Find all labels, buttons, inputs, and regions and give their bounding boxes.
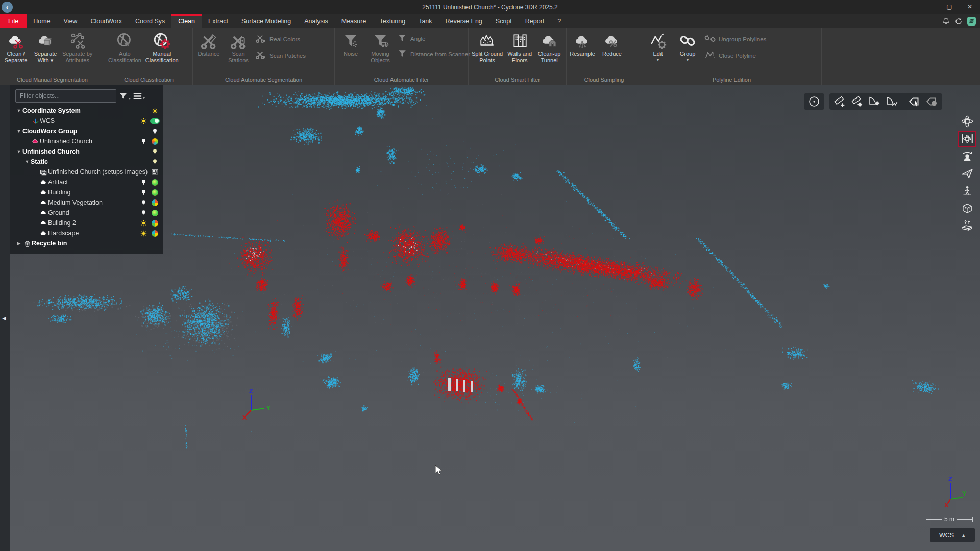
orbit-mode-button[interactable] [958,113,976,130]
tree-item-static[interactable]: ▼Static [10,157,163,167]
ribbon-button-manual-classification[interactable]: Manual Classification [143,29,181,76]
angle-polyline-icon[interactable] [884,95,899,108]
tree-item-recycle-bin[interactable]: ▶Recycle bin [10,238,163,248]
ribbon-button-resample[interactable]: Resample [568,29,597,76]
menu-tab--[interactable]: ? [551,14,568,28]
sun-icon[interactable] [138,230,149,237]
tree-item-building-2[interactable]: Building 2 [10,218,163,228]
bulb-icon[interactable] [138,138,149,145]
filter-objects-input[interactable] [15,89,116,103]
maximize-button[interactable]: ▢ [939,0,960,13]
color-sphere-icon[interactable] [149,179,160,186]
tree-item-coordinate-system[interactable]: ▼Coordinate System [10,106,163,116]
menu-tab-script[interactable]: Script [489,14,519,28]
constrained-orbit-mode-button[interactable] [958,131,976,147]
ribbon-button-clean-separate[interactable]: Clean / Separate [1,29,31,76]
notifications-bell-icon[interactable] [942,17,950,26]
tree-item-unfinished-church[interactable]: ▼Unfinished Church [10,146,163,157]
tree-item-unfinished-church-setups-images-[interactable]: Unfinished Church (setups images) [10,167,163,177]
bulb-icon[interactable] [149,128,160,135]
ruler-add-icon[interactable] [832,95,847,108]
ribbon-button-reduce[interactable]: Reduce [597,29,627,76]
color-sphere-icon[interactable] [149,189,160,196]
cube-view-mode-button[interactable] [958,200,976,216]
tree-item-hardscape[interactable]: Hardscape [10,228,163,238]
close-button[interactable]: ✕ [960,0,980,13]
angle-measure-icon[interactable] [867,95,882,108]
photos-panel-icon[interactable] [149,168,160,176]
chain-icon [679,31,696,51]
menu-tab-clean[interactable]: Clean [172,14,202,28]
menu-tab-view[interactable]: View [57,14,84,28]
menu-tab-home[interactable]: Home [27,14,57,28]
back-button[interactable]: ‹ [2,2,13,13]
menu-tab-texturing[interactable]: Texturing [373,14,412,28]
tree-item-cloudworx-group[interactable]: ▼CloudWorx Group [10,126,163,136]
examine-mode-button[interactable] [958,148,976,164]
color-pie-icon[interactable] [149,199,160,206]
menu-tab-cloudworx[interactable]: CloudWorx [84,14,129,28]
ribbon-button-separate-with-[interactable]: Separate With ▾ [31,29,60,76]
ruler-patch-icon[interactable] [849,95,865,108]
color-sphere-icon[interactable] [149,210,160,216]
chevron-down-icon[interactable]: ▼ [15,129,22,134]
ribbon-group-label: Cloud Sampling [567,76,642,85]
bulb-icon[interactable] [138,199,149,206]
ribbon-button-split-ground-points[interactable]: Split Ground Points [470,29,505,76]
bulb-icon[interactable] [138,209,149,216]
collapse-panel-arrow[interactable]: ◄ [1,315,7,322]
sun-icon[interactable] [138,219,149,227]
color-pie-icon[interactable] [149,230,160,237]
polyline-gear-icon [649,31,667,51]
menu-tab-analysis[interactable]: Analysis [298,14,335,28]
funnel-truck-icon [372,31,389,51]
ribbon-button-group[interactable]: Group▾ [673,29,702,76]
cloud-icon [39,219,48,227]
menu-tab-surface-modeling[interactable]: Surface Modeling [235,14,298,28]
panel-menu-icon[interactable]: ▾ [133,92,145,101]
bulb-icon[interactable] [138,179,149,186]
chevron-right-icon[interactable]: ▶ [15,241,22,246]
menu-tab-coord-sys[interactable]: Coord Sys [129,14,172,28]
bulb-pale-icon[interactable] [149,158,160,165]
bulb-icon[interactable] [138,189,149,196]
color-pie-icon[interactable] [149,220,160,227]
chevron-down-icon[interactable]: ▼ [23,159,31,164]
sun-icon[interactable] [149,107,160,115]
visibility-toggle[interactable] [149,118,160,124]
tree-item-artifact[interactable]: Artifact [10,177,163,187]
chevron-down-icon: ▾ [657,58,659,62]
minimize-button[interactable]: – [919,0,939,13]
tree-item-ground[interactable]: Ground [10,208,163,218]
center-target-icon[interactable] [806,95,822,108]
menu-tab-report[interactable]: Report [519,14,551,28]
walk-mode-button[interactable] [958,183,976,199]
color-sphere-icon[interactable] [149,138,160,145]
ribbon-button-edit[interactable]: Edit▾ [643,29,673,76]
ribbon-button-clean-up-tunnel[interactable]: Clean-up Tunnel [534,29,564,76]
chevron-down-icon[interactable]: ▼ [15,108,22,113]
menu-tab-reverse-eng[interactable]: Reverse Eng [439,14,489,28]
menu-tab-file[interactable]: File [0,14,27,28]
clip-box-mode-button[interactable] [958,217,976,234]
coordinate-system-button[interactable]: WCS ▲ [930,528,975,542]
menu-tab-tank[interactable]: Tank [412,14,438,28]
chevron-down-icon[interactable]: ▼ [15,149,22,154]
bulb-pale-icon[interactable] [149,148,160,155]
cloud-icon [39,230,48,237]
label-sphere-icon[interactable] [924,95,940,108]
menu-tab-measure[interactable]: Measure [335,14,373,28]
sync-icon[interactable] [954,17,963,26]
tree-item-medium-vegetation[interactable]: Medium Vegetation [10,197,163,208]
tree-item-unfinished-church[interactable]: Unfinished Church [10,136,163,146]
ribbon-button-walls-and-floors[interactable]: Walls and Floors [505,29,534,76]
tree-item-building[interactable]: Building [10,187,163,197]
filter-funnel-icon[interactable]: ▾ [118,91,131,101]
connection-status-icon[interactable] [967,17,976,26]
fly-mode-button[interactable] [958,165,976,182]
tree-item-wcs[interactable]: WCS [10,116,163,126]
pick-label-icon[interactable] [907,95,922,108]
sun-icon[interactable] [138,117,149,125]
menu-tab-extract[interactable]: Extract [202,14,235,28]
application-window: ‹ 251111 Unfinished Church* - Cyclone 3D… [0,0,980,551]
